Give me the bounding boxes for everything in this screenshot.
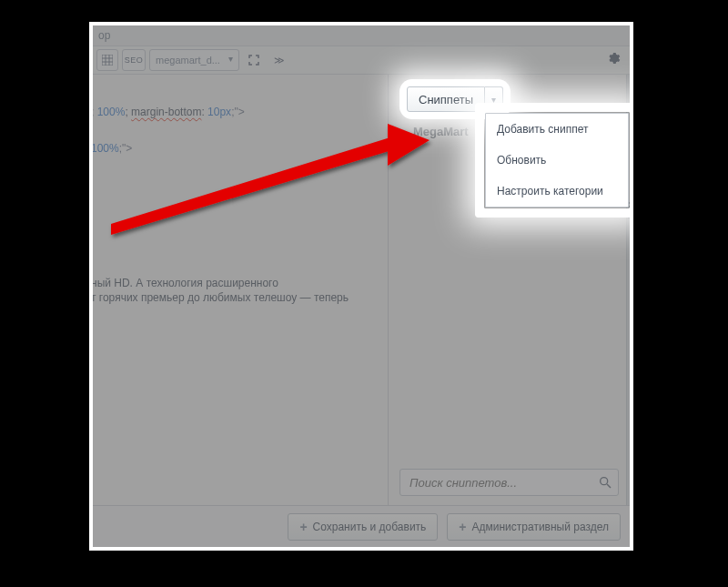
seo-label: SEO (125, 56, 144, 65)
chevron-double-right-icon: ≫ (274, 55, 285, 66)
snippet-category[interactable]: ▸ MegaMart (403, 125, 469, 138)
menu-item-refresh[interactable]: Обновить (486, 145, 628, 176)
plus-icon: + (299, 521, 307, 533)
snippets-button[interactable]: Сниппеты (407, 86, 485, 112)
triangle-right-icon: ▸ (403, 127, 408, 137)
chevron-down-icon: ▾ (491, 95, 496, 105)
editor-text-2: т горячих премьер до любимых телешоу — т… (93, 291, 349, 304)
fullscreen-button[interactable] (243, 49, 265, 71)
snippets-dropdown-menu: Добавить сниппет Обновить Настроить кате… (485, 113, 629, 207)
seo-button[interactable]: SEO (122, 49, 146, 71)
file-select[interactable]: megamart_d... (149, 49, 239, 71)
snippets-button-group: Сниппеты ▾ (407, 86, 503, 112)
save-and-add-button[interactable]: + Сохранить и добавить (288, 513, 438, 541)
menu-item-label: Добавить сниппет (497, 123, 588, 136)
save-and-add-label: Сохранить и добавить (313, 521, 427, 533)
gear-icon (606, 51, 621, 66)
settings-button[interactable] (601, 51, 626, 69)
search-snippets[interactable] (399, 469, 619, 496)
fullscreen-icon (248, 55, 259, 66)
snippets-dropdown-toggle[interactable]: ▾ (485, 86, 503, 112)
more-button[interactable]: ≫ (268, 49, 290, 71)
snippet-category-label: MegaMart (413, 125, 469, 138)
menu-item-add-snippet[interactable]: Добавить сниппет (486, 114, 628, 145)
editor-text-1: ный HD. А технология расширенного (93, 277, 278, 289)
file-select-label: megamart_d... (156, 55, 220, 66)
window-title: ор (98, 29, 110, 42)
svg-rect-0 (102, 55, 113, 66)
menu-item-label: Обновить (497, 154, 546, 167)
admin-section-button[interactable]: + Административный раздел (447, 513, 621, 541)
menu-item-configure-categories[interactable]: Настроить категории (486, 176, 628, 207)
snippets-button-label: Сниппеты (419, 93, 473, 106)
menu-item-label: Настроить категории (497, 185, 603, 197)
snippets-panel: Сниппеты ▾ ▸ MegaMart Добавить сниппет (389, 75, 630, 505)
code-editor[interactable]: ; 100%; margin-bottom: 10px;"> 100%;"> н… (93, 75, 389, 505)
search-icon (598, 475, 612, 490)
admin-section-label: Административный раздел (472, 521, 609, 533)
table-icon-button[interactable] (96, 49, 118, 71)
svg-point-5 (601, 478, 608, 485)
footer: + Сохранить и добавить + Административны… (93, 505, 630, 547)
toolbar: SEO megamart_d... ≫ (93, 46, 630, 75)
plus-icon: + (459, 521, 466, 533)
code-line-2: 100%;"> (93, 142, 132, 155)
table-icon (102, 55, 113, 66)
svg-line-6 (607, 484, 611, 488)
window-title-row: ор (93, 25, 630, 46)
code-line-1: ; 100%; margin-bottom: 10px;"> (93, 106, 245, 118)
search-input[interactable] (408, 475, 598, 491)
